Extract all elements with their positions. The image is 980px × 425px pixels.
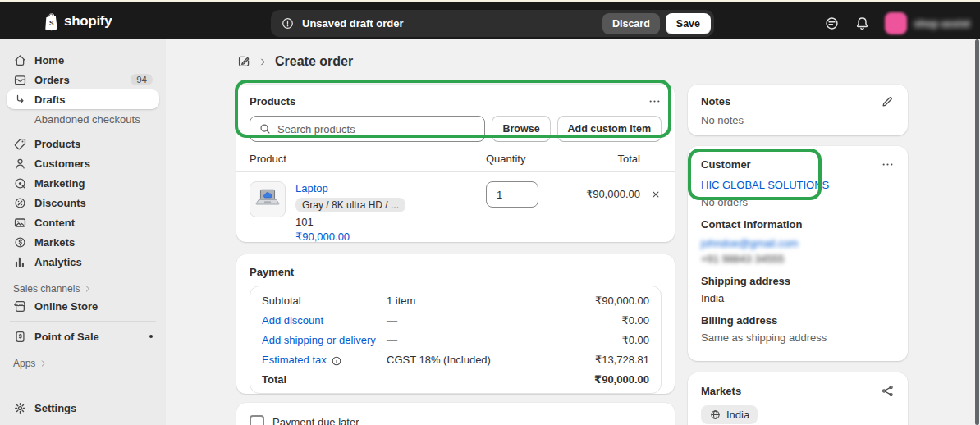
sidebar-item-settings[interactable]: Settings bbox=[7, 398, 159, 418]
store-name-redacted: shop assist bbox=[914, 18, 970, 30]
sidebar-item-drafts[interactable]: Drafts bbox=[7, 89, 159, 109]
tax-detail: CGST 18% (Included) bbox=[387, 354, 595, 366]
discount-row: Add discount — ₹0.00 bbox=[262, 310, 649, 330]
home-icon bbox=[13, 53, 27, 67]
payment-due-later-checkbox[interactable] bbox=[250, 415, 264, 425]
sidebar-item-point-of-sale[interactable]: Point of Sale bbox=[7, 327, 159, 346]
orders-count-badge: 94 bbox=[131, 74, 153, 85]
inbox-icon[interactable] bbox=[824, 16, 840, 31]
browse-button[interactable]: Browse bbox=[492, 116, 550, 142]
markets-manage-icon[interactable] bbox=[881, 384, 895, 398]
laptop-image bbox=[253, 185, 282, 214]
sidebar-item-discounts[interactable]: Discounts bbox=[7, 193, 159, 212]
contact-information-label: Contact information bbox=[701, 218, 895, 231]
subtotal-label: Subtotal bbox=[262, 295, 387, 307]
main-content: Create order Products Browse Add custom … bbox=[166, 39, 980, 425]
product-line-item: Laptop Gray / 8K ultra HD / ... 101 ₹90,… bbox=[250, 181, 662, 244]
gear-icon bbox=[13, 401, 27, 415]
sidebar-item-label: Drafts bbox=[34, 94, 66, 106]
billing-address-value: Same as shipping address bbox=[701, 331, 895, 344]
customer-phone-redacted: +91 98843 34555 bbox=[701, 253, 785, 265]
sidebar-item-marketing[interactable]: Marketing bbox=[7, 173, 159, 193]
unsaved-status-text: Unsaved draft order bbox=[302, 17, 404, 30]
markets-currency-icon bbox=[13, 235, 27, 249]
pos-expand-dot bbox=[149, 335, 153, 338]
draft-order-icon[interactable] bbox=[236, 54, 251, 69]
analytics-bars-icon bbox=[13, 255, 27, 269]
sidebar-item-markets[interactable]: Markets bbox=[7, 232, 159, 252]
sidebar-item-home[interactable]: Home bbox=[7, 50, 159, 70]
tax-row: Estimated tax CGST 18% (Included) ₹13,72… bbox=[262, 350, 649, 369]
sales-channels-section[interactable]: Sales channels bbox=[7, 281, 159, 296]
add-shipping-link[interactable]: Add shipping or delivery bbox=[262, 334, 376, 346]
markets-card-title: Markets bbox=[701, 385, 741, 397]
total-row: Total ₹90,000.00 bbox=[262, 369, 649, 389]
info-icon[interactable] bbox=[331, 355, 342, 367]
sidebar-item-orders[interactable]: Orders 94 bbox=[7, 70, 159, 89]
product-thumbnail bbox=[250, 181, 286, 217]
sidebar-item-label: Marketing bbox=[34, 177, 85, 190]
sidebar-item-label: Discounts bbox=[34, 197, 86, 209]
save-button[interactable]: Save bbox=[666, 13, 711, 34]
column-product: Product bbox=[250, 153, 486, 165]
apps-section[interactable]: Apps bbox=[7, 356, 159, 371]
estimated-tax-link[interactable]: Estimated tax bbox=[262, 354, 327, 366]
add-custom-item-button[interactable]: Add custom item bbox=[557, 116, 662, 142]
sidebar-item-label: Markets bbox=[34, 236, 75, 249]
shopify-logo[interactable]: S shopify bbox=[43, 11, 112, 31]
search-icon bbox=[259, 122, 272, 135]
page-title: Create order bbox=[275, 54, 353, 69]
payment-due-later-label: Payment due later bbox=[272, 415, 359, 425]
product-name-link[interactable]: Laptop bbox=[295, 181, 486, 195]
payment-card: Payment Subtotal 1 item ₹90,000.00 Add d… bbox=[236, 254, 675, 394]
product-table-header: Product Quantity Total bbox=[236, 153, 675, 172]
products-menu-button[interactable] bbox=[648, 94, 662, 108]
sidebar-item-content[interactable]: Content bbox=[7, 212, 159, 232]
search-products-input[interactable] bbox=[277, 123, 476, 135]
marketing-target-icon bbox=[13, 176, 27, 190]
sidebar-item-online-store[interactable]: Online Store bbox=[7, 296, 159, 316]
discard-button[interactable]: Discard bbox=[602, 13, 660, 34]
discount-amount: ₹0.00 bbox=[621, 314, 649, 327]
storefront-icon bbox=[13, 299, 27, 313]
add-discount-link[interactable]: Add discount bbox=[262, 314, 323, 327]
product-sku: 101 bbox=[295, 215, 486, 229]
edit-notes-pencil-icon[interactable] bbox=[881, 94, 895, 108]
globe-icon bbox=[709, 409, 721, 421]
sidebar-item-label: Customers bbox=[34, 158, 90, 170]
sidebar-item-label: Abandoned checkouts bbox=[34, 113, 140, 126]
notes-empty-text: No notes bbox=[701, 114, 895, 126]
subtotal-amount: ₹90,000.00 bbox=[595, 295, 649, 307]
customer-name-link[interactable]: HIC GLOBAL SOLUTIONS bbox=[701, 179, 895, 191]
shipping-amount: ₹0.00 bbox=[621, 334, 649, 346]
customer-card-title: Customer bbox=[701, 158, 751, 171]
sidebar-item-analytics[interactable]: Analytics bbox=[7, 252, 159, 272]
line-item-total: ₹90,000.00 bbox=[552, 181, 640, 244]
quantity-input[interactable] bbox=[486, 181, 538, 208]
shipping-row: Add shipping or delivery — ₹0.00 bbox=[262, 330, 649, 350]
svg-text:S: S bbox=[49, 19, 54, 26]
tax-amount: ₹13,728.81 bbox=[595, 354, 649, 366]
close-icon bbox=[650, 189, 662, 200]
sidebar-item-abandoned-checkouts[interactable]: Abandoned checkouts bbox=[7, 109, 159, 129]
sidebar-item-label: Settings bbox=[34, 402, 76, 414]
products-card: Products Browse Add custom item Product … bbox=[236, 85, 675, 242]
sidebar-item-products[interactable]: Products bbox=[7, 134, 159, 153]
product-price-link[interactable]: ₹90,000.00 bbox=[295, 230, 486, 244]
remove-line-item-button[interactable] bbox=[640, 181, 662, 244]
chevron-right-icon bbox=[83, 284, 93, 294]
product-search-field[interactable] bbox=[250, 116, 485, 142]
store-avatar bbox=[885, 12, 907, 34]
sidebar-item-customers[interactable]: Customers bbox=[7, 153, 159, 173]
customer-email-redacted[interactable]: johndoe@gmail.com bbox=[701, 237, 799, 249]
sidebar-item-label: Products bbox=[34, 138, 80, 150]
breadcrumb: Create order bbox=[236, 54, 353, 69]
topbar: S shopify Unsaved draft order Discard Sa… bbox=[0, 2, 980, 39]
account-menu[interactable]: shop assist bbox=[885, 12, 970, 34]
products-card-title: Products bbox=[250, 95, 295, 107]
customer-card: Customer HIC GLOBAL SOLUTIONS No orders … bbox=[688, 146, 908, 361]
notifications-bell-icon[interactable] bbox=[854, 16, 870, 31]
customer-menu-button[interactable] bbox=[881, 158, 895, 171]
customer-orders-text: No orders bbox=[701, 196, 895, 208]
vertical-scrollbar[interactable] bbox=[975, 39, 979, 425]
